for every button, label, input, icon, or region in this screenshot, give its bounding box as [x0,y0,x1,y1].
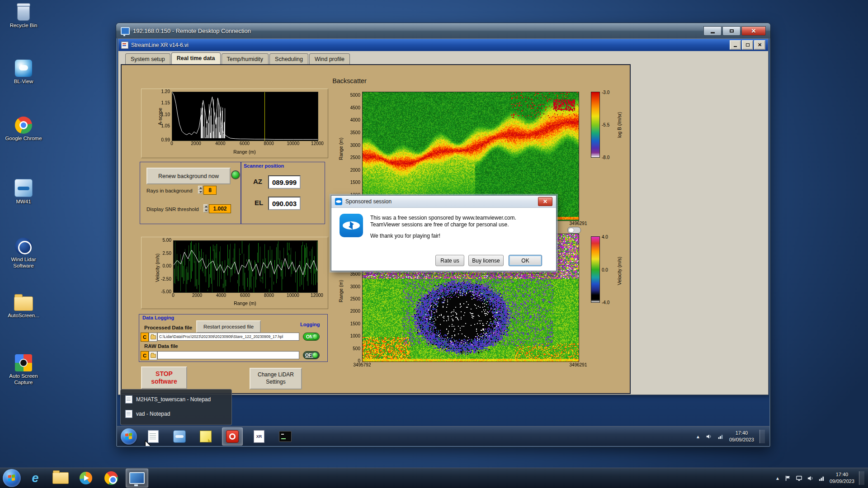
desktop-icon-label: AutoScreen... [3,312,44,319]
a-scope-axis-label: A-scope [157,100,163,133]
remote-taskbar-console[interactable] [275,428,295,445]
plot-switch-toggle[interactable] [567,227,581,234]
taskbar-media-player[interactable] [75,469,97,487]
action-center-flag-icon[interactable] [784,475,791,482]
remote-taskbar-streamline[interactable] [222,427,243,446]
system-clock[interactable]: 17:40 09/09/2023 [830,471,854,485]
rays-spinner[interactable] [198,186,203,194]
processed-drive-button[interactable]: C [141,333,149,342]
xr-document-icon: XR [254,430,264,443]
jump-list-label: vad - Notepad [136,411,170,417]
remote-taskbar-sticky-notes[interactable] [196,428,216,445]
renew-background-button[interactable]: Renew background now [146,168,231,184]
rays-value-field[interactable]: 8 [203,186,217,195]
tab-system-setup[interactable]: System setup [125,53,170,64]
desktop-icon-label: Auto Screen Capture [3,373,44,386]
change-lidar-settings-button[interactable]: Change LiDAR Settings [250,368,302,389]
desktop-icon-wind-lidar[interactable]: Wind Lidar Software [3,238,44,269]
rdp-window-icon [121,27,130,35]
backscatter-y-label: Range (m) [338,128,344,169]
dialog-titlebar[interactable]: Sponsored session ✕ [331,196,556,208]
dialog-close-button[interactable]: ✕ [538,197,552,206]
desktop-icon-recycle-bin[interactable]: Recycle Bin [3,4,44,28]
remote-taskbar: XR ▲ 17:40 09/09/2023 [117,426,769,446]
y-tick-label: 4000 [350,118,362,122]
tab-wind-profile[interactable]: Wind profile [309,53,350,64]
ok-button[interactable]: OK [509,255,542,266]
desktop-icon-auto-screen-capture[interactable]: Auto Screen Capture [3,354,44,386]
rdp-maximize-button[interactable] [722,26,741,36]
snr-value-field[interactable]: 1.002 [209,204,231,213]
jump-list-item[interactable]: M2HATS_towerscan - Notepad [121,392,231,407]
network-icon[interactable] [717,433,724,440]
buy-license-button[interactable]: Buy license [468,255,504,266]
remote-clock[interactable]: 17:40 09/09/2023 [729,430,754,443]
raw-logging-toggle[interactable]: OFF [303,351,320,359]
command-prompt-icon [279,431,292,442]
mouse-cursor [143,441,153,446]
start-button[interactable] [3,469,21,487]
taskbar-chrome[interactable] [100,469,122,487]
y-tick-label: 2500 [350,297,362,301]
a-scope-plot [172,92,318,141]
folder-icon [151,354,156,358]
show-desktop-button[interactable] [859,471,864,485]
tab-temp-humidity[interactable]: Temp/humidity [222,53,269,64]
rdp-close-button[interactable]: ✕ [741,26,766,36]
app-minimize-button[interactable] [730,40,741,50]
folder-icon [52,472,69,484]
processed-logging-toggle[interactable]: ON [303,333,320,341]
rdp-session-icon[interactable] [796,475,802,482]
processed-path-field[interactable]: C:\Lidar\Data\Proc\2023\202309\20230909\… [157,333,299,341]
chrome-icon [15,117,32,134]
remote-show-desktop-button[interactable] [760,430,765,443]
taskbar-remote-desktop[interactable] [126,469,148,488]
snr-spinner[interactable] [203,204,208,212]
processed-browse-button[interactable] [149,333,157,342]
desktop-icon-label: Recycle Bin [3,22,44,28]
desktop-icon-mw41[interactable]: MW41 [3,179,44,205]
tab-scheduling[interactable]: Scheduling [269,53,308,64]
raw-browse-button[interactable] [149,351,157,360]
jump-list-item[interactable]: vad - Notepad [121,407,231,421]
rdp-titlebar[interactable]: 192.168.0.150 - Remote Desktop Connectio… [116,23,770,38]
teamviewer-icon [335,198,342,205]
app-close-button[interactable]: ✕ [754,40,765,50]
toggle-knob [312,333,318,340]
rdp-minimize-button[interactable] [703,26,722,36]
colorbar-tick-label: -4.0 [599,300,609,305]
wind-lidar-icon [15,238,32,255]
remote-start-button[interactable] [121,428,137,445]
stop-software-button[interactable]: STOP software [141,366,187,389]
desktop-icon-label: Wind Lidar Software [3,256,44,269]
backscatter-title: Backscatter [304,77,395,84]
internet-explorer-icon: e [32,471,38,485]
backscatter-colorbar-label: log B (/m/sr) [616,97,623,153]
network-icon[interactable] [818,475,825,482]
desktop-icon-google-chrome[interactable]: Google Chrome [3,117,44,141]
tab-real-time-data[interactable]: Real time data [171,52,221,64]
scanner-position-title: Scanner position [244,163,284,169]
raw-drive-button[interactable]: C [141,351,149,360]
volume-icon[interactable] [706,433,712,440]
remote-taskbar-app2[interactable] [170,428,189,445]
taskbar-file-explorer[interactable] [50,469,71,487]
restart-processed-file-button[interactable]: Restart processed file [196,320,261,333]
az-label: AZ [253,178,262,185]
remote-tray-caret-icon[interactable]: ▲ [696,434,700,439]
tab-strip: System setup Real time data Temp/humidit… [118,51,768,64]
velocity-time-end: 3496291 [556,362,601,367]
remote-taskbar-xr-doc[interactable]: XR [249,428,269,445]
folder-icon [151,335,156,339]
scanner-position-panel [241,162,325,224]
desktop-icon-bl-view[interactable]: BL-View [3,60,44,84]
raw-path-field[interactable] [157,351,299,359]
volume-icon[interactable] [807,475,814,482]
app-titlebar[interactable]: StreamLine XR v14-6.vi ✕ [118,39,768,51]
rate-us-button[interactable]: Rate us [435,255,464,266]
tray-caret-icon[interactable]: ▲ [775,476,780,481]
taskbar-internet-explorer[interactable]: e [24,469,46,487]
app-maximize-button[interactable] [742,40,753,50]
desktop-icon-autoscreen-folder[interactable]: AutoScreen... [3,296,44,319]
windows-flag-icon [8,474,15,482]
